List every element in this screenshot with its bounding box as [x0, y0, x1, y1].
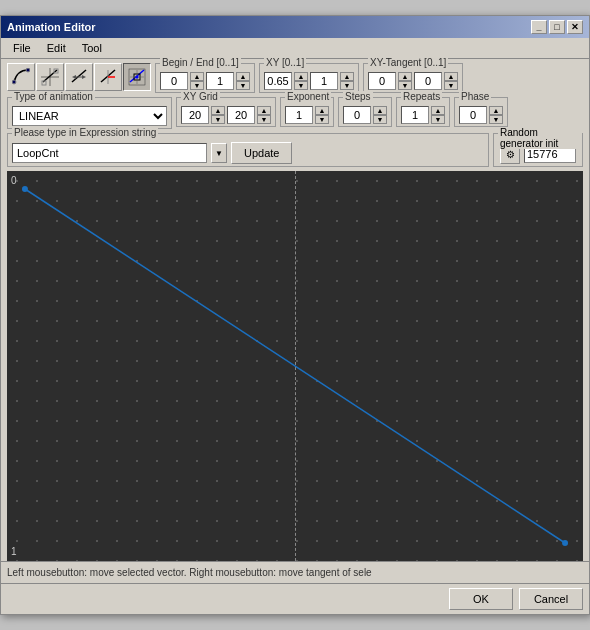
begin-spinners: ▲ ▼: [190, 72, 204, 90]
xy-tangent-group: XY-Tangent [0..1] ▲ ▼ ▲ ▼: [363, 63, 463, 93]
steps-group: Steps ▲ ▼: [338, 97, 392, 127]
steps-down[interactable]: ▼: [373, 115, 387, 124]
xy-tangent-x-up[interactable]: ▲: [398, 72, 412, 81]
curve-tool-5-button[interactable]: [123, 63, 151, 91]
svg-point-1: [26, 68, 30, 72]
xy-y-spin-down[interactable]: ▼: [340, 81, 354, 90]
begin-spin-up[interactable]: ▲: [190, 72, 204, 81]
title-bar-buttons: _ □ ✕: [531, 20, 583, 34]
xy-y-spinners: ▲ ▼: [340, 72, 354, 90]
begin-end-label: Begin / End [0..1]: [160, 57, 241, 68]
repeats-group: Repeats ▲ ▼: [396, 97, 450, 127]
xy-tangent-y-spinners: ▲ ▼: [444, 72, 458, 90]
cancel-button[interactable]: Cancel: [519, 588, 583, 610]
svg-point-17: [22, 186, 28, 192]
xy-grid-x-spinners: ▲ ▼: [211, 106, 225, 124]
end-spinners: ▲ ▼: [236, 72, 250, 90]
exponent-label: Exponent: [285, 91, 331, 102]
xy-tangent-y-input[interactable]: [414, 72, 442, 90]
row3: Please type in Expression string ▼ Updat…: [1, 131, 589, 171]
random-generator-group: Random generator init ⚙: [493, 133, 583, 167]
repeats-up[interactable]: ▲: [431, 106, 445, 115]
phase-group: Phase ▲ ▼: [454, 97, 508, 127]
xy-grid-x-down[interactable]: ▼: [211, 115, 225, 124]
window-title: Animation Editor: [7, 21, 96, 33]
ok-button[interactable]: OK: [449, 588, 513, 610]
xy-grid-y-input[interactable]: [227, 106, 255, 124]
toolbar-icons: [7, 63, 151, 91]
phase-spinners: ▲ ▼: [489, 106, 503, 124]
svg-point-15: [136, 76, 139, 79]
phase-label: Phase: [459, 91, 491, 102]
minimize-button[interactable]: _: [531, 20, 547, 34]
xy-tangent-x-input[interactable]: [368, 72, 396, 90]
phase-up[interactable]: ▲: [489, 106, 503, 115]
begin-value-input[interactable]: [160, 72, 188, 90]
xy-y-spin-up[interactable]: ▲: [340, 72, 354, 81]
phase-down[interactable]: ▼: [489, 115, 503, 124]
repeats-down[interactable]: ▼: [431, 115, 445, 124]
row2: Type of animation LINEAR EASE_IN EASE_OU…: [1, 95, 589, 131]
end-spin-down[interactable]: ▼: [236, 81, 250, 90]
end-value-input[interactable]: [206, 72, 234, 90]
controls-top: Begin / End [0..1] ▲ ▼ ▲ ▼ XY [0..1]: [1, 59, 589, 95]
xy-label: XY [0..1]: [264, 57, 306, 68]
bottom-bar: OK Cancel: [1, 583, 589, 614]
xy-tangent-y-down[interactable]: ▼: [444, 81, 458, 90]
phase-input[interactable]: [459, 106, 487, 124]
close-button[interactable]: ✕: [567, 20, 583, 34]
type-animation-select[interactable]: LINEAR EASE_IN EASE_OUT EASE_IN_OUT BOUN…: [12, 106, 167, 126]
xy-x-spin-up[interactable]: ▲: [294, 72, 308, 81]
main-window: Animation Editor _ □ ✕ File Edit Tool: [0, 15, 590, 615]
status-text: Left mousebutton: move selected vector. …: [7, 567, 372, 578]
end-spin-up[interactable]: ▲: [236, 72, 250, 81]
exponent-spinners: ▲ ▼: [315, 106, 329, 124]
menu-file[interactable]: File: [5, 40, 39, 56]
repeats-input[interactable]: [401, 106, 429, 124]
svg-point-0: [12, 80, 16, 84]
svg-marker-7: [72, 75, 76, 79]
menu-edit[interactable]: Edit: [39, 40, 74, 56]
chart-svg: [7, 171, 583, 561]
expression-group: Please type in Expression string ▼ Updat…: [7, 133, 489, 167]
xy-tangent-label: XY-Tangent [0..1]: [368, 57, 448, 68]
maximize-button[interactable]: □: [549, 20, 565, 34]
xy-grid-y-up[interactable]: ▲: [257, 106, 271, 115]
update-button[interactable]: Update: [231, 142, 292, 164]
expression-label: Please type in Expression string: [12, 127, 158, 138]
svg-line-16: [25, 189, 565, 543]
menu-tool[interactable]: Tool: [74, 40, 110, 56]
curve-tool-2-button[interactable]: [36, 63, 64, 91]
xy-grid-x-input[interactable]: [181, 106, 209, 124]
chart-area: 0 1: [7, 171, 583, 561]
xy-group: XY [0..1] ▲ ▼ ▲ ▼: [259, 63, 359, 93]
exponent-up[interactable]: ▲: [315, 106, 329, 115]
xy-x-spin-down[interactable]: ▼: [294, 81, 308, 90]
xy-tangent-y-up[interactable]: ▲: [444, 72, 458, 81]
xy-y-input[interactable]: [310, 72, 338, 90]
repeats-spinners: ▲ ▼: [431, 106, 445, 124]
type-animation-label: Type of animation: [12, 91, 95, 102]
xy-x-spinners: ▲ ▼: [294, 72, 308, 90]
exponent-down[interactable]: ▼: [315, 115, 329, 124]
begin-spin-down[interactable]: ▼: [190, 81, 204, 90]
menubar: File Edit Tool: [1, 38, 589, 59]
xy-grid-y-down[interactable]: ▼: [257, 115, 271, 124]
random-generator-label: Random generator init: [498, 127, 582, 149]
xy-grid-label: XY Grid: [181, 91, 220, 102]
xy-grid-x-up[interactable]: ▲: [211, 106, 225, 115]
exponent-input[interactable]: [285, 106, 313, 124]
curve-tool-1-button[interactable]: [7, 63, 35, 91]
exponent-group: Exponent ▲ ▼: [280, 97, 334, 127]
curve-tool-3-button[interactable]: [65, 63, 93, 91]
title-bar: Animation Editor _ □ ✕: [1, 16, 589, 38]
svg-marker-8: [82, 75, 86, 79]
expression-input[interactable]: [12, 143, 207, 163]
begin-end-group: Begin / End [0..1] ▲ ▼ ▲ ▼: [155, 63, 255, 93]
curve-tool-4-button[interactable]: [94, 63, 122, 91]
xy-x-input[interactable]: [264, 72, 292, 90]
steps-input[interactable]: [343, 106, 371, 124]
steps-up[interactable]: ▲: [373, 106, 387, 115]
xy-tangent-x-down[interactable]: ▼: [398, 81, 412, 90]
steps-label: Steps: [343, 91, 373, 102]
